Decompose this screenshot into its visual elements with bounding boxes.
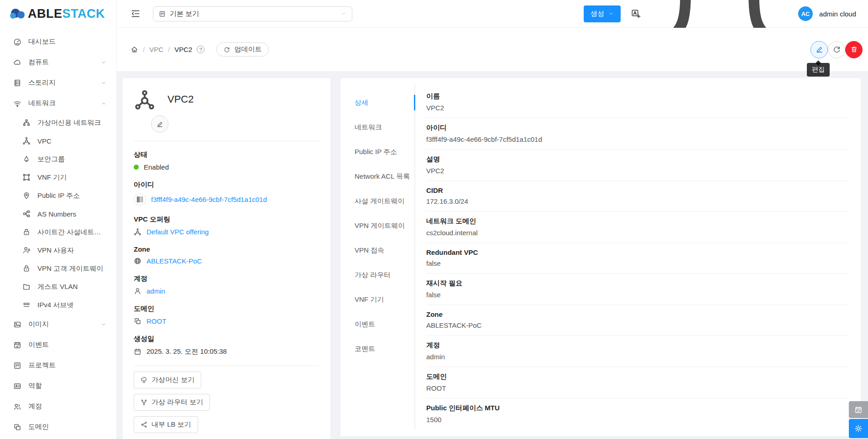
created-row: 2025. 3. 25. 오전 10:05:38 bbox=[134, 347, 319, 356]
folder-icon bbox=[22, 283, 31, 291]
sidebar-item-label: 스토리지 bbox=[28, 78, 94, 87]
sidebar-item-storage[interactable]: 스토리지 bbox=[0, 72, 116, 93]
sidebar-item-label: 네트워크 bbox=[28, 99, 94, 108]
sidebar-item-projects[interactable]: 프로젝트 bbox=[0, 355, 116, 376]
refresh-button[interactable] bbox=[828, 41, 845, 58]
home-icon[interactable] bbox=[131, 46, 138, 53]
sidebar-item-infrastructure[interactable]: 인프라스트럭쳐 bbox=[0, 437, 116, 439]
sidebar-item-vpn-users[interactable]: VPN 사용자 bbox=[0, 241, 116, 259]
ablestack-logo[interactable]: ABLESTACK bbox=[0, 0, 116, 28]
breadcrumb-separator: / bbox=[143, 46, 145, 53]
tab-vnf-appliances[interactable]: VNF 기기 bbox=[340, 287, 414, 312]
sidebar-item-domains[interactable]: 도메인 bbox=[0, 417, 116, 437]
field-value: f3fff4f9-a49c-4e66-9cbf-7cf5d1a1c01d bbox=[426, 135, 850, 143]
project-icon bbox=[13, 362, 21, 370]
resource-detail-card: 상세 네트워크 Public IP 주소 Network ACL 목록 사설 게… bbox=[340, 78, 861, 436]
sidebar-item-vnf-appliances[interactable]: VNF 기기 bbox=[0, 168, 116, 186]
field-value: VPC2 bbox=[426, 104, 850, 112]
sidebar-item-compute[interactable]: 컴퓨트 bbox=[0, 52, 116, 72]
sidebar-item-site-to-site-vpn[interactable]: 사이트간 사설네트워크(VP... bbox=[0, 223, 116, 241]
event-log-float-button[interactable] bbox=[849, 401, 868, 418]
sidebar-item-label: 이벤트 bbox=[28, 341, 106, 349]
sidebar-item-label: 보안그룹 bbox=[37, 155, 106, 164]
edit-name-button[interactable] bbox=[151, 115, 168, 133]
sidebar-item-network[interactable]: 네트워크 bbox=[0, 93, 116, 114]
sidebar-item-events[interactable]: 이벤트 bbox=[0, 335, 116, 355]
delete-button[interactable] bbox=[845, 41, 863, 58]
vpc-icon bbox=[22, 137, 31, 145]
fork-icon bbox=[141, 399, 147, 406]
status-label: 상태 bbox=[134, 150, 319, 159]
sidebar-item-guest-networks[interactable]: 가상머신용 네트워크 bbox=[0, 114, 116, 132]
sidebar-item-ipv4-subnet[interactable]: IPv4 서브넷 bbox=[0, 296, 116, 314]
sidebar-item-security-groups[interactable]: 보안그룹 bbox=[0, 150, 116, 168]
breadcrumb-current: VPC2 bbox=[174, 46, 192, 53]
sidebar-item-accounts[interactable]: 계정 bbox=[0, 396, 116, 417]
resource-header: VPC2 bbox=[134, 89, 319, 111]
field-label: 이름 bbox=[426, 92, 850, 101]
view-vms-button[interactable]: 가상머신 보기 bbox=[134, 372, 201, 388]
tab-events[interactable]: 이벤트 bbox=[340, 312, 414, 336]
tab-virtual-routers[interactable]: 가상 라우터 bbox=[340, 263, 414, 287]
status-value: Enabled bbox=[144, 163, 169, 171]
tab-details[interactable]: 상세 bbox=[340, 90, 414, 115]
sidebar-item-images[interactable]: 이미지 bbox=[0, 314, 116, 335]
edit-button[interactable] bbox=[810, 41, 828, 58]
view-virtual-routers-button[interactable]: 가상 라우터 보기 bbox=[134, 394, 210, 411]
sidebar-item-vpn-customer-gateway[interactable]: VPN 고객 게이트웨이 bbox=[0, 259, 116, 278]
detail-field-public-mtu: Public 인터페이스 MTU 1500 bbox=[426, 398, 850, 429]
tab-public-ip[interactable]: Public IP 주소 bbox=[340, 139, 414, 164]
view-select[interactable]: 기본 보기 bbox=[153, 6, 352, 21]
field-label: 재시작 필요 bbox=[426, 279, 850, 288]
sidebar-item-dashboard[interactable]: 대시보드 bbox=[0, 31, 116, 52]
sidebar-item-label: VPN 사용자 bbox=[37, 246, 106, 255]
detail-field-cidr: CIDR 172.16.3.0/24 bbox=[426, 181, 850, 212]
view-internal-lb-label: 내부 LB 보기 bbox=[152, 420, 191, 429]
tab-vpn-gateway[interactable]: VPN 게이트웨이 bbox=[340, 213, 414, 238]
resource-summary-card: VPC2 상태 Enabled 아이디 f3fff4f9-a49c-4e66-9… bbox=[123, 78, 330, 439]
help-question-icon[interactable] bbox=[197, 46, 204, 53]
view-internal-lb-button[interactable]: 내부 LB 보기 bbox=[134, 416, 198, 433]
user-name[interactable]: admin cloud bbox=[819, 10, 856, 18]
tab-private-gateway[interactable]: 사설 게이트웨이 bbox=[340, 189, 414, 213]
translation-icon[interactable] bbox=[631, 9, 641, 19]
domain-value-link[interactable]: ROOT bbox=[146, 317, 166, 325]
id-value-link[interactable]: f3fff4f9-a49c-4e66-9cbf-7cf5d1a1c01d bbox=[151, 196, 267, 203]
edit-tooltip: 편집 bbox=[807, 63, 830, 77]
field-value: 1500 bbox=[426, 416, 850, 424]
tab-networks[interactable]: 네트워크 bbox=[340, 115, 414, 139]
settings-float-button[interactable] bbox=[849, 419, 868, 438]
menu-fold-icon[interactable] bbox=[131, 9, 141, 19]
account-value-link[interactable]: admin bbox=[146, 287, 165, 295]
gateway-icon bbox=[22, 173, 31, 181]
sidebar-item-guest-vlan[interactable]: 게스트 VLAN bbox=[0, 278, 116, 296]
breadcrumb-vpc[interactable]: VPC bbox=[149, 46, 163, 53]
resource-actions bbox=[810, 41, 863, 58]
team-icon bbox=[13, 403, 21, 411]
field-label: CIDR bbox=[426, 186, 850, 194]
tab-vpn-connection[interactable]: VPN 접속 bbox=[340, 238, 414, 263]
sidebar-item-roles[interactable]: 역할 bbox=[0, 376, 116, 396]
user-icon bbox=[134, 287, 141, 295]
offering-value-link[interactable]: Default VPC offering bbox=[146, 228, 209, 236]
picture-icon bbox=[13, 320, 21, 329]
tab-comments[interactable]: 코멘트 bbox=[340, 336, 414, 361]
tab-network-acl[interactable]: Network ACL 목록 bbox=[340, 164, 414, 189]
user-avatar[interactable]: AC bbox=[798, 6, 813, 21]
update-button[interactable]: 업데이트 bbox=[216, 42, 269, 57]
sidebar-item-public-ip[interactable]: Public IP 주소 bbox=[0, 186, 116, 205]
sidebar-item-as-numbers[interactable]: AS Numbers bbox=[0, 205, 116, 223]
detail-field-restart-required: 재시작 필요 false bbox=[426, 274, 850, 305]
sidebar-item-vpc[interactable]: VPC bbox=[0, 132, 116, 150]
detail-field-redundant-vpc: Redundant VPC false bbox=[426, 243, 850, 274]
apartment-icon bbox=[22, 119, 31, 127]
lock-icon bbox=[22, 264, 31, 273]
account-label: 계정 bbox=[134, 274, 319, 283]
zone-value-link[interactable]: ABLESTACK-PoC bbox=[146, 257, 202, 265]
chevron-down-icon bbox=[101, 60, 106, 65]
field-value: false bbox=[426, 259, 850, 267]
create-button[interactable]: 생성 bbox=[584, 5, 621, 22]
chevron-down-icon bbox=[101, 322, 106, 327]
sidebar-item-label: 도메인 bbox=[28, 423, 106, 431]
detail-field-description: 설명 VPC2 bbox=[426, 150, 850, 181]
